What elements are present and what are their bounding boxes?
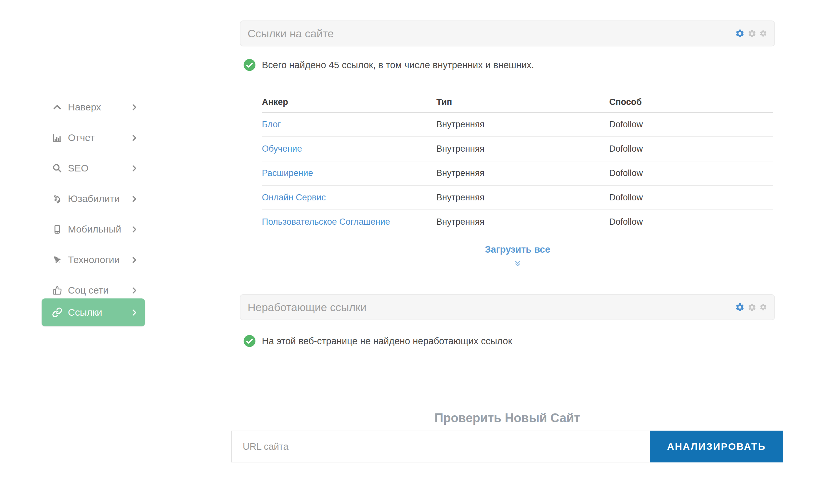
link-method: Dofollow xyxy=(609,120,773,130)
broken-links-panel-title: Неработающие ссылки xyxy=(247,301,367,314)
broken-links-panel-header: Неработающие ссылки xyxy=(240,294,775,320)
settings-gear-icon[interactable] xyxy=(759,29,767,37)
link-method: Dofollow xyxy=(609,217,773,227)
anchor-link[interactable]: Расширение xyxy=(262,168,313,178)
column-header-method: Способ xyxy=(609,97,773,107)
chevron-right-icon xyxy=(130,286,138,294)
sidebar-item-label: Ссылки xyxy=(68,307,102,318)
new-site-section: Проверить Новый Сайт АНАЛИЗИРОВАТЬ xyxy=(231,411,783,463)
success-check-icon xyxy=(243,335,256,348)
link-type: Внутренняя xyxy=(436,168,609,178)
link-method: Dofollow xyxy=(609,193,773,203)
sidebar-item-mobile[interactable]: Мобильный xyxy=(41,214,145,245)
anchor-link[interactable]: Пользовательское Соглашение xyxy=(262,217,390,227)
sidebar-item-label: Мобильный xyxy=(68,224,121,235)
sidebar-item-technologies[interactable]: Технологии xyxy=(41,245,145,275)
new-site-form: АНАЛИЗИРОВАТЬ xyxy=(231,430,783,463)
chevron-right-icon xyxy=(130,195,138,203)
settings-gear-icon[interactable] xyxy=(759,303,767,311)
sidebar-item-label: Наверх xyxy=(68,102,101,113)
double-chevron-down-icon[interactable] xyxy=(513,259,522,268)
broken-links-status-text: На этой веб-странице не найдено неработа… xyxy=(262,336,512,347)
sidebar-item-seo[interactable]: SEO xyxy=(41,153,145,183)
settings-gear-icon[interactable] xyxy=(735,302,745,312)
links-status-text: Всего найдено 45 ссылок, в том числе вну… xyxy=(262,60,534,71)
links-status-row: Всего найдено 45 ссылок, в том числе вну… xyxy=(243,58,534,72)
anchor-link[interactable]: Обучение xyxy=(262,144,302,154)
rocket-icon xyxy=(51,254,63,266)
column-header-anchor: Анкер xyxy=(262,97,436,107)
sidebar-item-label: Юзабилити xyxy=(68,193,120,204)
chevron-right-icon xyxy=(130,225,138,234)
link-type: Внутренняя xyxy=(436,217,609,227)
table-row: Блог Внутренняя Dofollow xyxy=(262,113,773,137)
settings-gear-icon[interactable] xyxy=(735,29,745,38)
chevron-up-icon xyxy=(51,101,63,113)
load-all-link[interactable]: Загрузить все xyxy=(485,244,550,255)
sidebar-item-label: Соц сети xyxy=(68,285,109,296)
chevron-right-icon xyxy=(130,256,138,264)
chevron-right-icon xyxy=(130,133,138,142)
sidebar-item-label: SEO xyxy=(68,163,88,174)
thumbs-up-icon xyxy=(51,284,63,296)
link-method: Dofollow xyxy=(609,168,773,178)
table-row: Пользовательское Соглашение Внутренняя D… xyxy=(262,210,773,234)
success-check-icon xyxy=(243,58,256,72)
link-method: Dofollow xyxy=(609,144,773,154)
load-all-block: Загрузить все xyxy=(262,244,773,269)
link-type: Внутренняя xyxy=(436,120,609,130)
link-type: Внутренняя xyxy=(436,193,609,203)
sidebar: Наверх Отчет xyxy=(41,92,145,327)
sidebar-item-label: Технологии xyxy=(68,254,120,265)
panel-settings-gears xyxy=(735,302,767,312)
analyze-button[interactable]: АНАЛИЗИРОВАТЬ xyxy=(650,430,783,463)
panel-settings-gears xyxy=(735,29,767,38)
links-table-header: Анкер Тип Способ xyxy=(262,92,773,113)
broken-links-status-row: На этой веб-странице не найдено неработа… xyxy=(243,335,512,348)
links-table: Анкер Тип Способ Блог Внутренняя Dofollo… xyxy=(262,92,773,234)
mobile-phone-icon xyxy=(51,223,63,235)
sidebar-item-top[interactable]: Наверх xyxy=(41,92,145,122)
sidebar-item-links[interactable]: Ссылки xyxy=(41,298,145,327)
bar-chart-icon xyxy=(51,132,63,143)
new-site-heading: Проверить Новый Сайт xyxy=(231,411,783,425)
chevron-right-icon xyxy=(130,308,138,317)
chevron-right-icon xyxy=(130,103,138,111)
links-panel-title: Ссылки на сайте xyxy=(247,27,334,40)
link-chain-icon xyxy=(51,306,63,318)
page: Наверх Отчет xyxy=(0,0,824,504)
links-panel-header: Ссылки на сайте xyxy=(240,20,775,46)
chevron-right-icon xyxy=(130,164,138,172)
sidebar-item-usability[interactable]: Юзабилити xyxy=(41,183,145,214)
settings-gear-icon[interactable] xyxy=(748,303,756,312)
pointer-hand-icon xyxy=(51,193,63,205)
url-input[interactable] xyxy=(231,430,650,463)
anchor-link[interactable]: Блог xyxy=(262,120,281,129)
table-row: Онлайн Сервис Внутренняя Dofollow xyxy=(262,186,773,210)
anchor-link[interactable]: Онлайн Сервис xyxy=(262,193,326,202)
column-header-type: Тип xyxy=(436,97,609,107)
table-row: Обучение Внутренняя Dofollow xyxy=(262,137,773,161)
link-type: Внутренняя xyxy=(436,144,609,154)
table-row: Расширение Внутренняя Dofollow xyxy=(262,161,773,186)
settings-gear-icon[interactable] xyxy=(748,29,756,38)
sidebar-item-report[interactable]: Отчет xyxy=(41,122,145,153)
sidebar-item-label: Отчет xyxy=(68,132,95,143)
search-icon xyxy=(51,162,63,174)
